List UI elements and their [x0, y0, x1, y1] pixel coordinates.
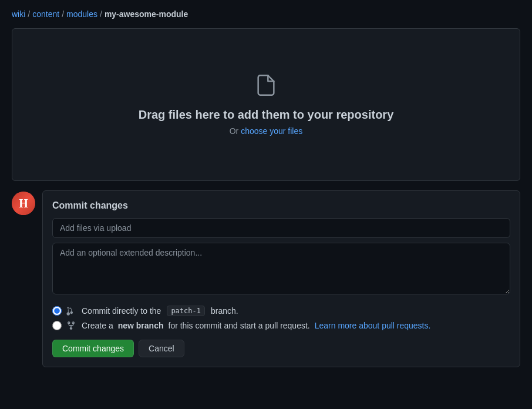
avatar: H: [12, 192, 35, 215]
radio-pr-label-1: Create a: [82, 321, 113, 330]
pr-branch-icon: [66, 321, 77, 330]
breadcrumb-wiki[interactable]: wiki: [12, 9, 25, 19]
choose-files-link[interactable]: choose your files: [241, 126, 302, 136]
commit-form: Commit changes Commit directly to the pa…: [42, 190, 520, 367]
breadcrumb-sep-3: /: [100, 9, 102, 19]
branch-badge: patch-1: [167, 306, 205, 316]
dropzone-subtitle: Or choose your files: [230, 126, 303, 136]
learn-more-link[interactable]: Learn more about pull requests.: [315, 321, 431, 330]
page-wrapper: wiki / content / modules / my-awesome-mo…: [0, 0, 532, 377]
radio-pr-input[interactable]: [52, 321, 62, 330]
commit-message-input[interactable]: [52, 218, 510, 238]
dropzone-title: Drag files here to add them to your repo…: [139, 108, 394, 122]
commit-description-textarea[interactable]: [52, 243, 510, 294]
commit-form-title: Commit changes: [52, 200, 510, 211]
breadcrumb-content[interactable]: content: [32, 9, 59, 19]
commit-section: H Commit changes Commit: [12, 190, 520, 367]
dropzone[interactable]: Drag files here to add them to your repo…: [12, 28, 520, 181]
avatar-logo: H: [19, 197, 28, 210]
branch-icon: [66, 306, 77, 316]
radio-pr-label-2: for this commit and start a pull request…: [169, 321, 310, 330]
button-row: Commit changes Cancel: [52, 340, 510, 357]
commit-button[interactable]: Commit changes: [52, 340, 134, 357]
radio-group: Commit directly to the patch-1 branch. C…: [52, 306, 510, 330]
breadcrumb-sep-2: /: [62, 9, 64, 19]
radio-direct-label-suffix: branch.: [211, 306, 238, 316]
radio-direct-input[interactable]: [52, 306, 62, 316]
breadcrumb-current: my-awesome-module: [105, 9, 188, 19]
radio-direct-label-prefix: Commit directly to the: [82, 306, 161, 316]
dropzone-subtitle-prefix: Or: [230, 126, 241, 136]
radio-direct-option[interactable]: Commit directly to the patch-1 branch.: [52, 306, 510, 316]
cancel-button[interactable]: Cancel: [139, 340, 184, 357]
file-icon: [254, 73, 278, 99]
breadcrumb-modules[interactable]: modules: [66, 9, 97, 19]
radio-pr-option[interactable]: Create a new branch for this commit and …: [52, 321, 510, 330]
avatar-inner: H: [12, 192, 35, 215]
radio-pr-bold: new branch: [118, 321, 164, 330]
breadcrumb: wiki / content / modules / my-awesome-mo…: [12, 9, 520, 19]
breadcrumb-sep-1: /: [28, 9, 30, 19]
